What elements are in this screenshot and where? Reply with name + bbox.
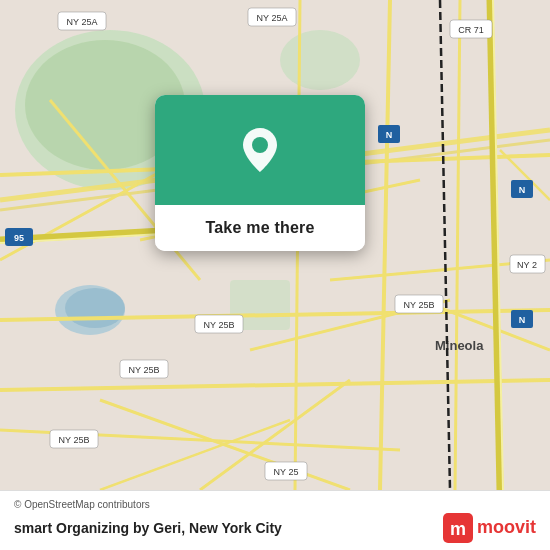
svg-text:NY 25B: NY 25B (59, 435, 90, 445)
svg-point-3 (280, 30, 360, 90)
svg-text:NY 25A: NY 25A (257, 13, 288, 23)
svg-text:NY 25B: NY 25B (129, 365, 160, 375)
moovit-text: moovit (477, 517, 536, 538)
svg-text:CR 71: CR 71 (458, 25, 484, 35)
popup-card: Take me there (155, 95, 365, 251)
svg-text:95: 95 (14, 233, 24, 243)
location-pin-icon (232, 122, 288, 178)
popup-green-header (155, 95, 365, 205)
bottom-info-row: smart Organizing by Geri, New York City … (14, 513, 536, 543)
svg-text:N: N (386, 130, 393, 140)
attribution-text: © OpenStreetMap contributors (14, 499, 536, 510)
svg-text:Mineola: Mineola (435, 338, 484, 353)
map-container: NY 25A NY 25A CR 71 95 NY 25B NY 25B NY … (0, 0, 550, 490)
svg-text:NY 25B: NY 25B (204, 320, 235, 330)
take-me-there-button[interactable]: Take me there (155, 205, 365, 251)
svg-point-61 (252, 137, 268, 153)
bottom-bar: © OpenStreetMap contributors smart Organ… (0, 490, 550, 550)
place-name: smart Organizing by Geri, New York City (14, 520, 282, 536)
svg-text:NY 2: NY 2 (517, 260, 537, 270)
moovit-logo: m moovit (443, 513, 536, 543)
svg-text:NY 25A: NY 25A (67, 17, 98, 27)
svg-text:NY 25: NY 25 (274, 467, 299, 477)
svg-text:N: N (519, 315, 526, 325)
svg-point-6 (65, 288, 125, 328)
moovit-icon: m (443, 513, 473, 543)
svg-text:m: m (450, 519, 466, 539)
svg-text:N: N (519, 185, 526, 195)
svg-text:NY 25B: NY 25B (404, 300, 435, 310)
